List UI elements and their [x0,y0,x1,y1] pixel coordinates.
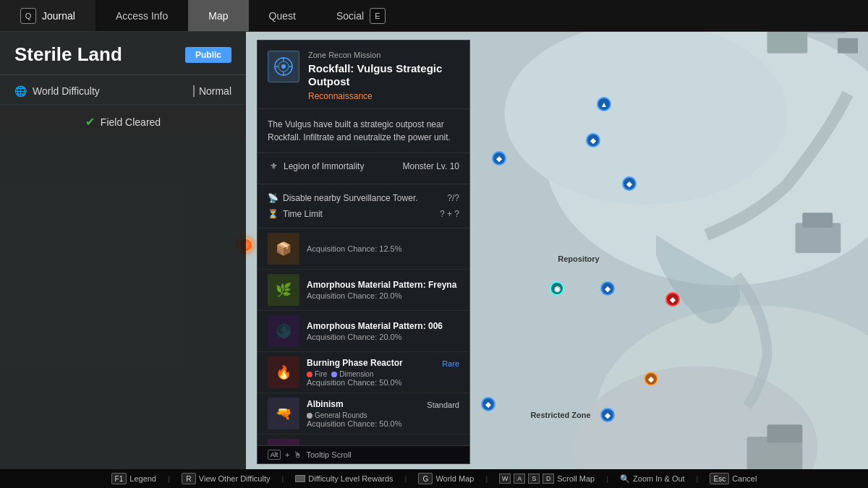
nav-quest[interactable]: Quest [249,0,316,31]
mission-category: Reconnaissance [308,91,459,101]
reward-info-5: Young Noble's Ambition Rare Special Roun… [307,445,459,445]
map-marker-1[interactable]: ▲ [597,97,611,111]
check-icon: ✔ [85,115,95,129]
reward-name-4: Albinism [307,399,344,411]
svg-point-16 [281,64,286,69]
g-key: G [418,473,433,484]
reward-tags-4: General Rounds [307,411,459,419]
reward-chance-1: Acquisition Chance: 20.0% [307,291,459,300]
reward-item-0: 📦 Acquisition Chance: 12.5% [258,228,469,270]
reward-item-5: ⚔️ Young Noble's Ambition Rare Special R… [258,435,469,445]
bottom-legend: F1 Legend [111,473,156,484]
mission-description: The Vulgus have built a strategic outpos… [258,109,469,153]
reward-info-4: Albinism Standard General Rounds Acquisi… [307,399,459,429]
field-cleared-label: Field Cleared [101,116,161,128]
world-difficulty-right: Normal [193,85,231,97]
sidebar-divider [0,74,246,75]
scroll-key-alt: Alt [268,450,281,460]
reward-info-0: Acquisition Chance: 12.5% [307,244,459,253]
reward-tag-dim: Dimension [331,370,373,378]
objective-1-label: Disable nearby Surveillance Tower. [283,193,418,203]
timer-icon: ⏳ [268,209,278,219]
field-cleared-row: ✔ Field Cleared [0,108,246,136]
left-sidebar: Sterile Land Public 🌐 World Difficulty N… [0,32,246,469]
map-marker-teal[interactable]: ◉ [550,281,564,296]
reward-tag-gen: General Rounds [307,411,367,419]
world-difficulty-row: 🌐 World Difficulty Normal [0,78,246,105]
bottom-zoom: 🔍 Zoom In & Out [620,474,685,484]
cancel-label: Cancel [732,474,757,483]
public-badge: Public [185,47,231,63]
mission-icon [268,51,299,82]
sep1: | [168,474,170,483]
world-icon: 🌐 [14,85,27,97]
map-marker-orange[interactable]: ◆ [644,372,658,386]
f1-key: F1 [111,473,127,484]
mission-monster-level: Monster Lv. 10 [403,161,459,171]
svg-rect-11 [802,213,833,228]
map-marker-5[interactable]: ◆ [600,408,615,422]
reward-thumb-0: 📦 [268,233,299,265]
top-navigation: Q Journal Access Info Map Quest Social E [0,0,868,32]
reward-tags-3: Fire Dimension [307,370,459,378]
r-key: R [182,473,196,484]
reward-row-3: Burning Phase Reactor Rare [307,358,459,369]
nav-map[interactable]: Map [188,0,248,31]
world-difficulty-left: 🌐 World Difficulty [14,85,100,97]
reward-name-3: Burning Phase Reactor [307,358,403,369]
nav-access-info[interactable]: Access Info [95,0,188,31]
reward-row-4: Albinism Standard [307,399,459,411]
map-label-restricted: Restricted Zone [530,411,590,419]
sidebar-title-row: Sterile Land Public [0,32,246,74]
objective-2-label: Time Limit [283,209,323,219]
w-key: W [499,474,511,484]
svg-rect-5 [767,32,807,53]
divider-vert [193,85,195,97]
mission-title-area: Zone Recon Mission Rockfall: Vulgus Stra… [308,51,459,101]
esc-key: Esc [710,473,729,484]
objective-row-1: 📡 Disable nearby Surveillance Tower. ?/? [268,190,459,206]
map-marker-4[interactable]: ◆ [600,281,615,296]
reward-item-2: 🌑 Amorphous Material Pattern: 006 Acquis… [258,311,469,352]
surveillance-icon: 📡 [268,193,278,203]
nav-journal[interactable]: Q Journal [0,0,95,31]
sidebar-title: Sterile Land [14,43,122,66]
fire-dot [307,372,312,377]
scroll-icon: 🖱 [294,450,302,459]
zoom-icon: 🔍 [620,474,630,484]
svg-rect-9 [838,38,858,53]
objective-row-2: ⏳ Time Limit ? + ? [268,206,459,222]
objective-1-value: ?/? [447,193,459,203]
map-marker-red[interactable]: ◆ [665,292,680,307]
mission-name: Rockfall: Vulgus Strategic Outpost [308,62,459,88]
bottom-bar: F1 Legend | R View Other Difficulty | Di… [0,469,868,488]
dim-dot [331,372,337,377]
bottom-scroll-map: W A S D Scroll Map [499,474,595,484]
objective-2-left: ⏳ Time Limit [268,209,323,219]
map-marker-7[interactable]: ◆ [492,151,506,166]
reward-chance-2: Acquisition Chance: 20.0% [307,333,459,341]
reward-chance-0: Acquisition Chance: 12.5% [307,244,459,253]
tooltip-scroll-label: Tooltip Scroll [306,450,351,459]
mission-faction-row: ⚜ Legion of Immortality Monster Lv. 10 [268,160,459,172]
nav-journal-label: Journal [42,10,75,22]
nav-social[interactable]: Social E [316,0,406,31]
mission-objectives: 📡 Disable nearby Surveillance Tower. ?/?… [258,184,469,228]
rewards-list: 📦 Acquisition Chance: 12.5% 🌿 Amorphous … [258,228,469,445]
map-marker-2[interactable]: ◆ [586,133,600,147]
reward-thumb-5: ⚔️ [268,439,299,445]
scroll-plus: + [285,450,289,459]
nav-quest-label: Quest [269,10,296,22]
world-map-label: World Map [435,474,474,483]
reward-info-3: Burning Phase Reactor Rare Fire Dimensio… [307,358,459,388]
map-marker-6[interactable]: ◆ [481,397,495,411]
nav-access-info-label: Access Info [116,10,168,22]
diff-box [295,475,305,482]
social-key: E [370,8,386,24]
map-marker-3[interactable]: ◆ [622,176,637,191]
reward-name-5: Young Noble's Ambition [307,445,407,445]
mission-type: Zone Recon Mission [308,51,459,59]
reward-rarity-3: Rare [442,359,459,368]
gen-dot [307,413,312,419]
world-difficulty-value: Normal [199,85,231,97]
